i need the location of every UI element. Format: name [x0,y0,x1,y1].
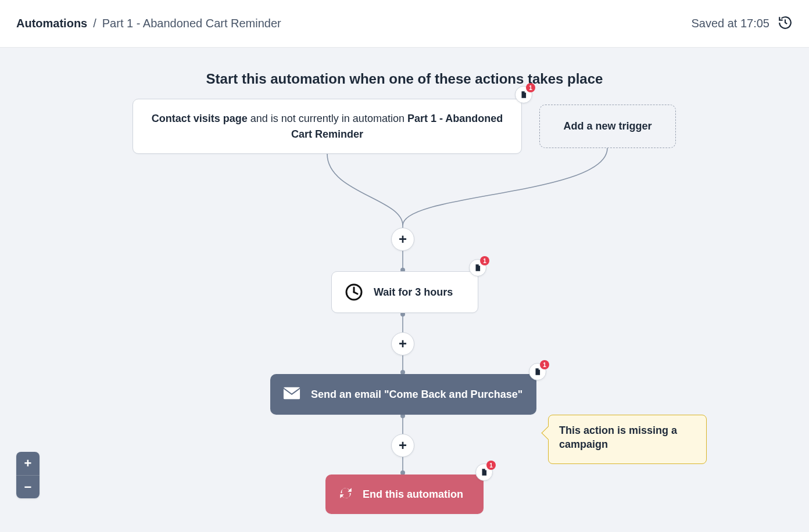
add-step-button[interactable]: + [391,332,414,355]
zoom-controls: + − [16,452,40,498]
add-step-button[interactable]: + [391,434,414,457]
trigger-node[interactable]: Contact visits page and is not currently… [133,99,522,154]
canvas-title: Start this automation when one of these … [0,71,809,87]
breadcrumb-separator: / [93,17,96,30]
wait-node[interactable]: Wait for 3 hours [331,271,478,313]
clock-icon [345,283,363,301]
send-email-node[interactable]: Send an email "Come Back and Purchase" [270,374,536,415]
automation-canvas[interactable]: Start this automation when one of these … [0,48,809,532]
note-badge-trigger[interactable]: 1 [515,86,532,103]
wait-label: Wait for 3 hours [374,286,453,299]
add-step-button[interactable]: + [391,228,414,251]
note-badge-email[interactable]: 1 [529,363,546,380]
zoom-in-button[interactable]: + [16,452,40,475]
trigger-text: Contact visits page and is not currently… [146,111,509,141]
breadcrumb: Automations / Part 1 - Abandoned Cart Re… [16,17,281,30]
warning-popover: This action is missing a campaign [548,415,707,464]
warning-text: This action is missing a campaign [559,425,677,450]
breadcrumb-current: Part 1 - Abandoned Cart Reminder [102,17,281,30]
svg-rect-8 [284,387,300,399]
note-badge-count: 1 [540,360,549,369]
note-badge-wait[interactable]: 1 [469,259,486,276]
history-icon[interactable] [778,15,793,33]
page-header: Automations / Part 1 - Abandoned Cart Re… [0,0,809,48]
end-automation-node[interactable]: End this automation [325,475,484,514]
saved-status: Saved at 17:05 [691,17,769,30]
note-badge-count: 1 [486,461,496,470]
zoom-out-button[interactable]: − [16,475,40,498]
end-label: End this automation [363,488,463,501]
add-trigger-button[interactable]: Add a new trigger [539,105,676,148]
note-badge-count: 1 [480,256,489,265]
cycle-icon [338,486,353,504]
email-label: Send an email "Come Back and Purchase" [311,389,522,401]
note-badge-end[interactable]: 1 [475,463,493,481]
add-trigger-label: Add a new trigger [563,120,652,132]
note-badge-count: 1 [526,83,535,92]
mail-icon [283,386,300,403]
svg-line-7 [354,292,357,294]
breadcrumb-root[interactable]: Automations [16,17,87,30]
